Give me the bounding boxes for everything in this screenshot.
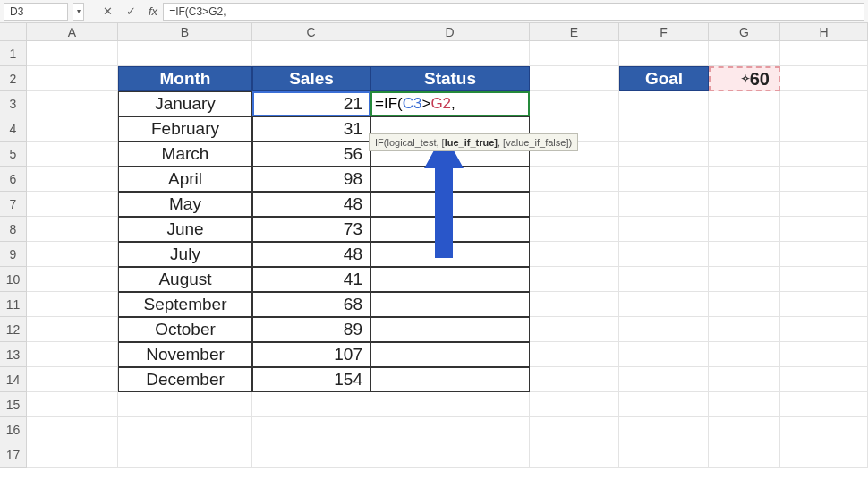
- cell[interactable]: [709, 367, 780, 392]
- cell[interactable]: [27, 367, 118, 392]
- cell[interactable]: [370, 41, 530, 66]
- cell[interactable]: [530, 41, 619, 66]
- row-header[interactable]: 11: [0, 292, 27, 317]
- cell[interactable]: [252, 392, 370, 417]
- cancel-icon[interactable]: ✕: [97, 3, 118, 21]
- cell[interactable]: [709, 242, 780, 267]
- cell[interactable]: [780, 91, 868, 116]
- row-header[interactable]: 6: [0, 167, 27, 192]
- month-cell[interactable]: July: [118, 242, 252, 267]
- cell[interactable]: [530, 317, 619, 342]
- cell[interactable]: [27, 292, 118, 317]
- cell[interactable]: [780, 317, 868, 342]
- cell[interactable]: [780, 192, 868, 217]
- cell[interactable]: [27, 392, 118, 417]
- cell[interactable]: [27, 417, 118, 442]
- sales-cell[interactable]: 154: [252, 367, 370, 392]
- cell[interactable]: [27, 142, 118, 167]
- cell[interactable]: [780, 242, 868, 267]
- cell[interactable]: [530, 242, 619, 267]
- header-goal[interactable]: Goal: [619, 66, 709, 91]
- cell[interactable]: [780, 417, 868, 442]
- row-header[interactable]: 8: [0, 217, 27, 242]
- cell[interactable]: [709, 267, 780, 292]
- month-cell[interactable]: February: [118, 116, 252, 142]
- cell[interactable]: [118, 392, 252, 417]
- cell[interactable]: [619, 292, 709, 317]
- sales-cell[interactable]: 73: [252, 217, 370, 242]
- cell[interactable]: [530, 91, 619, 116]
- row-header[interactable]: 9: [0, 242, 27, 267]
- col-G[interactable]: G: [709, 23, 780, 41]
- cell[interactable]: [530, 267, 619, 292]
- cell[interactable]: [780, 267, 868, 292]
- cell[interactable]: [780, 66, 868, 91]
- cell[interactable]: [619, 116, 709, 142]
- cell[interactable]: [27, 242, 118, 267]
- row-header[interactable]: 4: [0, 116, 27, 142]
- cell[interactable]: [27, 192, 118, 217]
- row-header[interactable]: 2: [0, 66, 27, 91]
- cell[interactable]: [780, 367, 868, 392]
- cell[interactable]: [619, 91, 709, 116]
- cell[interactable]: [530, 292, 619, 317]
- cell[interactable]: [780, 342, 868, 367]
- row-header[interactable]: 14: [0, 367, 27, 392]
- col-E[interactable]: E: [530, 23, 619, 41]
- cell[interactable]: [530, 442, 619, 468]
- cell[interactable]: [780, 142, 868, 167]
- row-header[interactable]: 15: [0, 392, 27, 417]
- cell[interactable]: [619, 167, 709, 192]
- sales-cell[interactable]: 89: [252, 317, 370, 342]
- row-header[interactable]: 7: [0, 192, 27, 217]
- cell[interactable]: [780, 217, 868, 242]
- cell[interactable]: [709, 41, 780, 66]
- cell[interactable]: [252, 417, 370, 442]
- row-header[interactable]: 16: [0, 417, 27, 442]
- cell[interactable]: [619, 417, 709, 442]
- cell[interactable]: [709, 417, 780, 442]
- cell[interactable]: [27, 267, 118, 292]
- row-header[interactable]: 10: [0, 267, 27, 292]
- row-header[interactable]: 5: [0, 142, 27, 167]
- cell[interactable]: [709, 392, 780, 417]
- header-status[interactable]: Status: [370, 66, 530, 91]
- cell[interactable]: [619, 217, 709, 242]
- status-cell[interactable]: [370, 367, 530, 392]
- cell[interactable]: [709, 217, 780, 242]
- col-H[interactable]: H: [780, 23, 868, 41]
- status-cell[interactable]: [370, 292, 530, 317]
- sales-cell[interactable]: 68: [252, 292, 370, 317]
- col-A[interactable]: A: [27, 23, 118, 41]
- cell[interactable]: [709, 442, 780, 468]
- cell[interactable]: [370, 417, 530, 442]
- select-all-corner[interactable]: [0, 23, 27, 41]
- name-box[interactable]: D3: [4, 3, 68, 21]
- cell[interactable]: [619, 317, 709, 342]
- cell[interactable]: [709, 192, 780, 217]
- col-C[interactable]: C: [252, 23, 370, 41]
- cell[interactable]: [530, 217, 619, 242]
- status-cell[interactable]: [370, 267, 530, 292]
- col-F[interactable]: F: [619, 23, 709, 41]
- header-month[interactable]: Month: [118, 66, 252, 91]
- cell[interactable]: [619, 392, 709, 417]
- month-cell[interactable]: May: [118, 192, 252, 217]
- month-cell[interactable]: June: [118, 217, 252, 242]
- cell[interactable]: [619, 41, 709, 66]
- sales-cell[interactable]: 48: [252, 192, 370, 217]
- month-cell[interactable]: April: [118, 167, 252, 192]
- cell[interactable]: [709, 91, 780, 116]
- cell[interactable]: [530, 367, 619, 392]
- cell[interactable]: [118, 41, 252, 66]
- cell[interactable]: [530, 66, 619, 91]
- cell[interactable]: [619, 442, 709, 468]
- status-cell[interactable]: [370, 317, 530, 342]
- month-cell[interactable]: September: [118, 292, 252, 317]
- cell[interactable]: [27, 41, 118, 66]
- month-cell[interactable]: August: [118, 267, 252, 292]
- confirm-icon[interactable]: ✓: [120, 3, 141, 21]
- cell[interactable]: [619, 242, 709, 267]
- goal-value-cell[interactable]: ✧ 60: [709, 66, 780, 91]
- sales-cell[interactable]: 41: [252, 267, 370, 292]
